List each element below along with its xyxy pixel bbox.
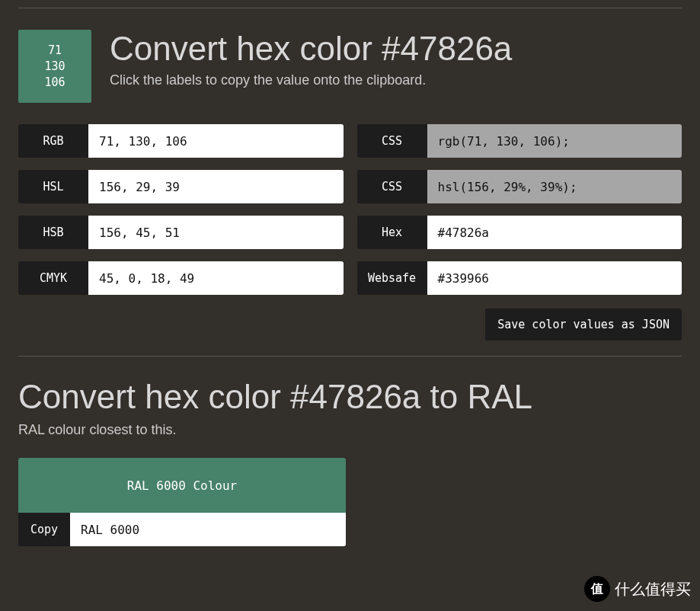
swatch-g: 130	[44, 59, 65, 75]
ral-section: Convert hex color #47826a to RAL RAL col…	[18, 378, 682, 546]
color-swatch: 71 130 106	[18, 30, 91, 103]
field-websafe: Websafe #339966	[357, 261, 682, 295]
ral-color-button[interactable]: RAL 6000 Colour	[18, 458, 346, 513]
label-css-rgb[interactable]: CSS	[357, 124, 427, 158]
field-cmyk: CMYK 45, 0, 18, 49	[18, 261, 344, 295]
value-cmyk[interactable]: 45, 0, 18, 49	[88, 261, 344, 295]
field-hsl: HSL 156, 29, 39	[18, 170, 344, 203]
field-css-rgb: CSS rgb(71, 130, 106);	[357, 124, 682, 158]
top-divider	[18, 8, 682, 8]
label-hsb[interactable]: HSB	[18, 216, 88, 249]
watermark: 值 什么值得买	[584, 576, 691, 577]
section-divider	[18, 356, 682, 357]
field-hex: Hex #47826a	[357, 216, 682, 249]
label-cmyk[interactable]: CMYK	[18, 261, 88, 295]
field-rgb: RGB 71, 130, 106	[18, 124, 344, 158]
label-css-hsl[interactable]: CSS	[357, 170, 427, 203]
watermark-badge-icon: 值	[584, 576, 610, 577]
header-text: Convert hex color #47826a Click the labe…	[110, 30, 512, 88]
field-css-hsl: CSS hsl(156, 29%, 39%);	[357, 170, 682, 203]
label-rgb[interactable]: RGB	[18, 124, 88, 158]
save-json-button[interactable]: Save color values as JSON	[485, 309, 682, 341]
field-hsb: HSB 156, 45, 51	[18, 216, 344, 249]
swatch-b: 106	[44, 75, 65, 91]
value-hex[interactable]: #47826a	[427, 216, 682, 249]
value-css-hsl[interactable]: hsl(156, 29%, 39%);	[427, 170, 682, 203]
value-hsl[interactable]: 156, 29, 39	[88, 170, 344, 203]
color-values-grid: RGB 71, 130, 106 CSS rgb(71, 130, 106); …	[18, 124, 682, 295]
label-hsl[interactable]: HSL	[18, 170, 88, 203]
label-websafe[interactable]: Websafe	[357, 261, 427, 295]
header: 71 130 106 Convert hex color #47826a Cli…	[18, 30, 682, 103]
save-row: Save color values as JSON	[18, 309, 682, 341]
ral-copy-label[interactable]: Copy	[18, 513, 70, 546]
page-subtitle: Click the labels to copy the value onto …	[110, 72, 512, 88]
label-hex[interactable]: Hex	[357, 216, 427, 249]
value-hsb[interactable]: 156, 45, 51	[88, 216, 344, 249]
ral-copy-row: Copy RAL 6000	[18, 513, 346, 546]
ral-subtitle: RAL colour closest to this.	[18, 422, 682, 438]
ral-copy-value[interactable]: RAL 6000	[70, 513, 346, 546]
value-css-rgb[interactable]: rgb(71, 130, 106);	[427, 124, 682, 158]
ral-title: Convert hex color #47826a to RAL	[18, 378, 682, 416]
page-title: Convert hex color #47826a	[110, 30, 512, 68]
value-rgb[interactable]: 71, 130, 106	[88, 124, 344, 158]
value-websafe[interactable]: #339966	[427, 261, 682, 295]
swatch-r: 71	[48, 43, 62, 59]
